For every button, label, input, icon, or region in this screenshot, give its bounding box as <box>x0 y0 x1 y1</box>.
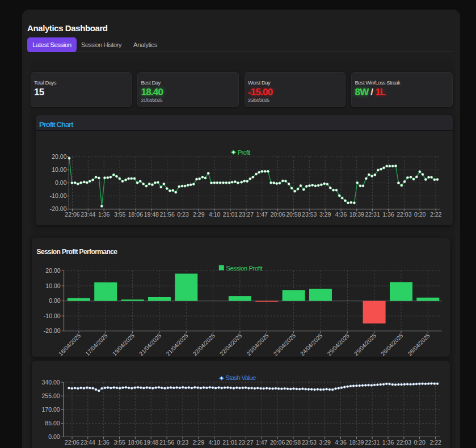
svg-text:21:01: 21:01 <box>222 439 237 446</box>
svg-text:23/04/2025: 23/04/2025 <box>246 332 270 357</box>
svg-text:2:22: 2:22 <box>429 439 441 446</box>
svg-text:10.00: 10.00 <box>45 282 60 289</box>
svg-text:18:06: 18:06 <box>128 439 142 446</box>
svg-text:22:06: 22:06 <box>65 211 79 218</box>
svg-text:22:03: 22:03 <box>397 439 411 446</box>
svg-text:23:44: 23:44 <box>81 439 95 446</box>
svg-text:28/04/2025: 28/04/2025 <box>407 332 431 357</box>
svg-text:20:06: 20:06 <box>270 211 285 218</box>
svg-text:20:06: 20:06 <box>270 439 285 446</box>
svg-text:3:55: 3:55 <box>113 439 125 446</box>
svg-text:24/04/2025: 24/04/2025 <box>299 332 323 357</box>
svg-text:-10.00: -10.00 <box>44 312 61 319</box>
svg-text:0:23: 0:23 <box>177 211 189 218</box>
svg-text:20.00: 20.00 <box>52 153 66 160</box>
svg-text:2:29: 2:29 <box>193 211 205 218</box>
svg-text:21/04/2025: 21/04/2025 <box>165 332 189 357</box>
svg-text:0.00: 0.00 <box>55 179 67 186</box>
svg-text:0:20: 0:20 <box>414 439 426 446</box>
svg-text:16/04/2025: 16/04/2025 <box>57 332 82 357</box>
svg-text:19/04/2025: 19/04/2025 <box>111 332 136 357</box>
svg-text:21/04/2025: 21/04/2025 <box>138 332 162 357</box>
svg-text:0:20: 0:20 <box>414 211 426 218</box>
svg-text:25/04/2025: 25/04/2025 <box>353 332 377 357</box>
svg-text:20:58: 20:58 <box>286 439 301 446</box>
svg-text:2:29: 2:29 <box>193 439 205 446</box>
svg-text:85.00: 85.00 <box>45 420 60 426</box>
svg-text:0:23: 0:23 <box>177 439 189 446</box>
svg-text:22:03: 22:03 <box>397 211 411 218</box>
svg-text:1:36: 1:36 <box>98 439 109 446</box>
svg-text:18:06: 18:06 <box>128 211 143 218</box>
svg-text:2:22: 2:22 <box>430 211 442 218</box>
svg-text:1:36: 1:36 <box>382 211 394 218</box>
svg-text:4:10: 4:10 <box>208 439 220 446</box>
svg-text:21:56: 21:56 <box>159 211 174 218</box>
svg-text:0.00: 0.00 <box>49 297 61 304</box>
svg-text:21:56: 21:56 <box>159 439 174 446</box>
svg-text:23:27: 23:27 <box>239 211 254 218</box>
svg-text:20.00: 20.00 <box>45 267 60 274</box>
svg-text:Session Profit: Session Profit <box>226 265 263 272</box>
svg-text:18:39: 18:39 <box>349 439 364 446</box>
svg-text:25/04/2025: 25/04/2025 <box>326 332 351 357</box>
svg-text:4:10: 4:10 <box>209 211 221 218</box>
svg-text:18:39: 18:39 <box>349 211 364 218</box>
svg-text:1:36: 1:36 <box>98 211 110 218</box>
svg-text:170.00: 170.00 <box>41 406 60 413</box>
svg-text:20:58: 20:58 <box>286 211 301 218</box>
svg-text:-20.00: -20.00 <box>44 327 61 334</box>
svg-text:23:53: 23:53 <box>302 211 317 218</box>
svg-text:23:53: 23:53 <box>302 439 317 446</box>
svg-text:3:29: 3:29 <box>319 211 331 218</box>
svg-text:19:48: 19:48 <box>144 211 159 218</box>
svg-text:10.00: 10.00 <box>52 166 66 173</box>
svg-text:22/04/2025: 22/04/2025 <box>218 332 243 357</box>
svg-text:1:47: 1:47 <box>256 439 268 446</box>
svg-text:22:31: 22:31 <box>365 439 380 446</box>
svg-text:19:48: 19:48 <box>144 439 158 446</box>
svg-text:255.00: 255.00 <box>41 392 60 399</box>
svg-text:Profit: Profit <box>238 149 251 156</box>
svg-text:340.00: 340.00 <box>41 379 60 386</box>
svg-text:Stash Value: Stash Value <box>225 374 256 381</box>
svg-text:23/04/2025: 23/04/2025 <box>272 332 297 357</box>
svg-text:23:44: 23:44 <box>81 211 95 218</box>
svg-text:3:29: 3:29 <box>319 439 331 446</box>
svg-text:17/04/2025: 17/04/2025 <box>84 332 108 357</box>
svg-text:-20.00: -20.00 <box>50 205 67 212</box>
svg-text:1:36: 1:36 <box>382 439 394 446</box>
svg-text:4:36: 4:36 <box>335 439 347 446</box>
svg-text:23:27: 23:27 <box>238 439 253 446</box>
svg-text:3:55: 3:55 <box>114 211 126 218</box>
svg-text:22:06: 22:06 <box>65 439 79 446</box>
svg-text:22:31: 22:31 <box>365 211 380 218</box>
svg-text:22/04/2025: 22/04/2025 <box>192 332 216 357</box>
svg-text:0.00: 0.00 <box>48 433 60 440</box>
svg-text:4:36: 4:36 <box>335 211 347 218</box>
svg-text:1:47: 1:47 <box>256 211 268 218</box>
svg-text:-10.00: -10.00 <box>50 192 67 199</box>
svg-text:21:01: 21:01 <box>223 211 238 218</box>
svg-text:26/04/2025: 26/04/2025 <box>380 332 404 357</box>
